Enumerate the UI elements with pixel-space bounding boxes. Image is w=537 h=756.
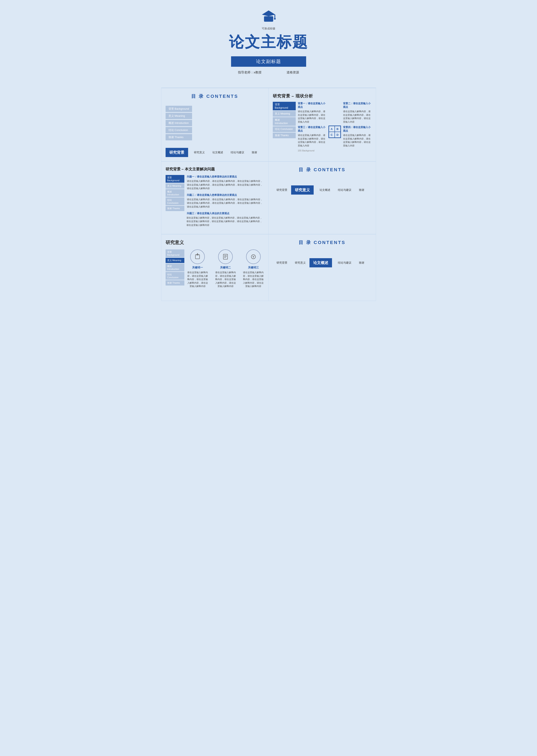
nav-slide-number: 155 Background bbox=[298, 149, 372, 152]
problem2-text: 请在这里输入解释内容，请在这里输入解释内容，请在这里输入解释内容，请在这里输入解… bbox=[186, 198, 264, 209]
svg-line-12 bbox=[253, 256, 254, 257]
card1-icon bbox=[190, 249, 205, 264]
toc-nav-1: 背景 Background 意义 Meaning 概述 Introduction… bbox=[166, 106, 192, 140]
toc-background[interactable]: 背景 Background bbox=[166, 106, 192, 112]
meaning-title: 研究意义 bbox=[166, 239, 264, 246]
slide-toc-intro: 目 录 CONTENTS 研究背景 研究意义 论文概述 结论与建议 致谢 bbox=[268, 234, 376, 301]
problem1-text: 请在这里输入解释内容，请在这里输入解释内容，请在这里输入解释内容，请在这里输入解… bbox=[186, 179, 264, 190]
cross-a: A bbox=[329, 126, 335, 132]
subtitle-bar: 论文副标题 bbox=[231, 56, 306, 67]
bg-point3-header: 背景三：请在这里输入小观点 bbox=[298, 126, 326, 133]
slide-bg-analysis: 研究背景 – 现状分析 背景 Background 意义 Meaning 概述 … bbox=[268, 88, 376, 161]
section-label-intro: 论文概述 bbox=[310, 258, 332, 267]
bg-sidebar: 背景 Background 意义 Meaning 概述 Introduction… bbox=[273, 102, 296, 138]
nav-tab-concl-2[interactable]: 结论与建议 bbox=[334, 187, 355, 193]
card1-text: 请在这里输入解释内容，请在这里输入解释内容，请在这里输入解释内容，请在这里输入解… bbox=[187, 271, 209, 288]
nav-tabs-row-1: 研究背景 研究意义 论文概述 结论与建议 致谢 bbox=[166, 148, 264, 157]
meaning-card-1: 关键词一 请在这里输入解释内容，请在这里输入解释内容，请在这里输入解释内容，请在… bbox=[187, 249, 209, 288]
contents-title-3: 目 录 CONTENTS bbox=[273, 239, 372, 246]
cross-c: C bbox=[329, 132, 335, 138]
problem1-header: 问题一：请在这里输入您希望表达的主要观点 bbox=[186, 175, 264, 179]
card2-label: 关键词二 bbox=[220, 266, 231, 270]
bg-point1-header: 背景一：请在这里输入小观点 bbox=[298, 102, 326, 109]
bg-sidebar-thanks[interactable]: 致谢 Thanks bbox=[273, 133, 296, 138]
cross-diagram: A B C D bbox=[328, 126, 341, 138]
cap-label: 可换成校徽 bbox=[262, 27, 275, 30]
nav-tab-thanks-2[interactable]: 致谢 bbox=[355, 187, 368, 193]
problem-title: 研究背景 – 本文主要解决问题 bbox=[166, 167, 264, 172]
section-label-background: 研究背景 bbox=[166, 148, 188, 157]
sl-thanks[interactable]: 致谢 Thanks bbox=[166, 206, 185, 211]
bg-point2-text: 请在这里输入解释内容，请在这里输入解释内容，请在这里输入解释内容，请在这里输入内… bbox=[343, 110, 372, 123]
sl-meaning[interactable]: 意义 Meaning bbox=[166, 183, 185, 189]
sidebar-left-problem: 背景 Background 意义 Meaning 概述 Introduction… bbox=[166, 175, 185, 212]
card3-label: 关键词三 bbox=[248, 266, 259, 270]
bg-point4-text: 请在这里输入解释内容，请在这里输入解释内容，请在这里输入解释内容，请在这里输入内… bbox=[343, 134, 372, 147]
slm-conclusion[interactable]: 结论 Conclusion bbox=[166, 272, 185, 280]
bg-sidebar-conclusion[interactable]: 结论 Conclusion bbox=[273, 126, 296, 132]
contents-title-2: 目 录 CONTENTS bbox=[273, 167, 372, 173]
graduation-cap-icon bbox=[260, 8, 277, 25]
svg-rect-0 bbox=[264, 16, 273, 22]
meaning-card-2: 关键词二 请在这里输入解释内容，请在这里输入解释内容，请在这里输入解释内容，请在… bbox=[215, 249, 236, 288]
bg-point2-header: 背景二：请在这里输入小观点 bbox=[343, 102, 372, 109]
toc-thanks[interactable]: 致谢 Thanks bbox=[166, 134, 192, 140]
bg-content-area: 背景一：请在这里输入小观点 请在这里输入解释内容，请在这里输入解释内容，请在这里… bbox=[298, 102, 372, 152]
bg-point3-text: 请在这里输入解释内容，请在这里输入解释内容，请在这里输入解释内容，请在这里输入内… bbox=[298, 134, 326, 147]
slides-grid: 目 录 CONTENTS 背景 Background 意义 Meaning 概述… bbox=[161, 88, 376, 301]
nav-tab-intro-1[interactable]: 论文概述 bbox=[209, 149, 227, 156]
nav-tab-meaning-1[interactable]: 研究意义 bbox=[190, 149, 209, 156]
contents-title-1: 目 录 CONTENTS bbox=[166, 93, 264, 100]
nav-tabs-row-2: 研究背景 研究意义 论文概述 结论与建议 致谢 bbox=[273, 186, 372, 194]
problem-1: 问题一：请在这里输入您希望表达的主要观点 请在这里输入解释内容，请在这里输入解释… bbox=[186, 175, 264, 190]
toc-meaning[interactable]: 意义 Meaning bbox=[166, 113, 192, 119]
slm-intro[interactable]: 概述 Introduction bbox=[166, 264, 185, 271]
nav-tab-conclusion-1[interactable]: 结论与建议 bbox=[227, 149, 248, 156]
bg-sidebar-intro[interactable]: 概述 Introduction bbox=[273, 117, 296, 126]
sl-conclusion[interactable]: 结论 Conclusion bbox=[166, 197, 185, 205]
card1-label: 关键词一 bbox=[192, 266, 203, 270]
nav-tab-concl-3[interactable]: 结论与建议 bbox=[334, 259, 355, 266]
slide-toc-1: 目 录 CONTENTS 背景 Background 意义 Meaning 概述… bbox=[161, 88, 268, 161]
sl-intro[interactable]: 概述 Introduction bbox=[166, 189, 185, 197]
cross-b: B bbox=[335, 126, 341, 132]
slm-background[interactable]: 背景 Background bbox=[166, 249, 185, 257]
nav-tab-intro-2[interactable]: 论文概述 bbox=[316, 187, 334, 193]
slm-meaning[interactable]: 意义 Meaning bbox=[166, 258, 185, 263]
nav-tabs-row-3: 研究背景 研究意义 论文概述 结论与建议 致谢 bbox=[273, 258, 372, 267]
bg-analysis-title: 研究背景 – 现状分析 bbox=[273, 93, 372, 99]
nav-tab-meaning-3[interactable]: 研究意义 bbox=[291, 259, 310, 266]
cross-d: D bbox=[335, 132, 341, 138]
problem-3: 问题三：请在这里输入表达的主要观点 请在这里输入解释内容，请在这里输入解释内容，… bbox=[186, 212, 264, 227]
nav-tab-thanks-1[interactable]: 致谢 bbox=[248, 149, 261, 156]
card3-text: 请在这里输入解释内容，请在这里输入解释内容，请在这里输入解释内容，请在这里输入解… bbox=[242, 271, 264, 288]
meaning-cards-area: 关键词一 请在这里输入解释内容，请在这里输入解释内容，请在这里输入解释内容，请在… bbox=[186, 249, 264, 288]
meta-teacher: 指导老师：x教授 bbox=[238, 70, 262, 74]
bg-sidebar-background[interactable]: 背景 Background bbox=[273, 102, 296, 110]
problem-2: 问题二：请在这里输入您希望表达的主要观点 请在这里输入解释内容，请在这里输入解释… bbox=[186, 193, 264, 209]
problem2-header: 问题二：请在这里输入您希望表达的主要观点 bbox=[186, 193, 264, 197]
nav-tab-bg-3[interactable]: 研究背景 bbox=[273, 259, 291, 266]
sl-background[interactable]: 背景 Background bbox=[166, 175, 185, 183]
main-title: 论文主标题 bbox=[229, 32, 308, 52]
slm-thanks[interactable]: 致谢 Thanks bbox=[166, 280, 185, 285]
svg-marker-1 bbox=[262, 11, 275, 16]
toc-introduction[interactable]: 概述 Introduction bbox=[166, 120, 192, 126]
card2-icon bbox=[218, 249, 233, 264]
problems-content: 问题一：请在这里输入您希望表达的主要观点 请在这里输入解释内容，请在这里输入解释… bbox=[186, 175, 264, 227]
nav-tab-thanks-3[interactable]: 致谢 bbox=[355, 259, 368, 266]
nav-tab-bg-2[interactable]: 研究背景 bbox=[273, 187, 291, 193]
sidebar-left-meaning: 背景 Background 意义 Meaning 概述 Introduction… bbox=[166, 249, 185, 286]
svg-rect-2 bbox=[274, 15, 275, 18]
toc-conclusion[interactable]: 结论 Conclusion bbox=[166, 127, 192, 133]
meaning-card-3: 关键词三 请在这里输入解释内容，请在这里输入解释内容，请在这里输入解释内容，请在… bbox=[242, 249, 264, 288]
problem3-text: 请在这里输入解释内容，请在这里输入解释内容，请在这里输入解释内容，请在这里输入解… bbox=[186, 216, 264, 227]
slide-meaning: 研究意义 背景 Background 意义 Meaning 概述 Introdu… bbox=[161, 234, 268, 301]
bg-sidebar-meaning[interactable]: 意义 Meaning bbox=[273, 111, 296, 117]
meta-source: 道格资源 bbox=[287, 70, 299, 74]
card2-text: 请在这里输入解释内容，请在这里输入解释内容，请在这里输入解释内容，请在这里输入解… bbox=[215, 271, 236, 288]
meaning-icons-row: 关键词一 请在这里输入解释内容，请在这里输入解释内容，请在这里输入解释内容，请在… bbox=[187, 249, 264, 288]
svg-point-3 bbox=[274, 18, 276, 20]
slide-problem: 研究背景 – 本文主要解决问题 背景 Background 意义 Meaning… bbox=[161, 161, 268, 234]
card3-icon bbox=[246, 249, 261, 264]
